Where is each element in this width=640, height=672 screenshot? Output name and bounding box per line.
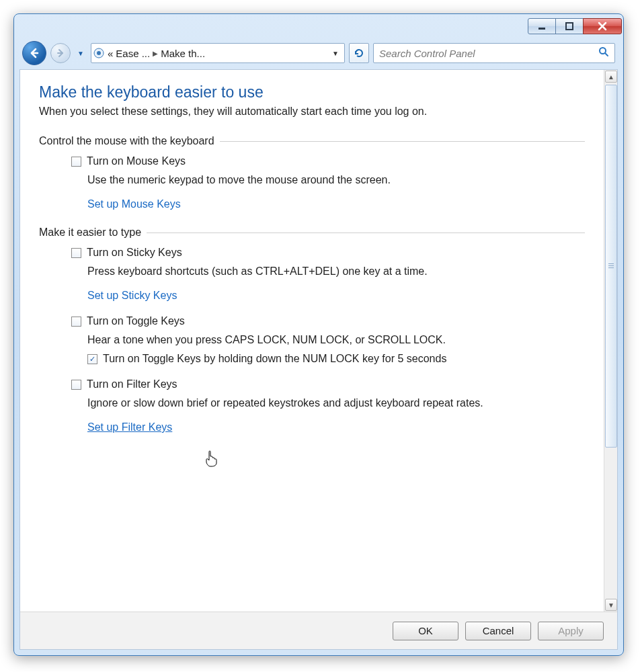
toggle-keys-numlock-label[interactable]: Turn on Toggle Keys by holding down the …: [103, 353, 446, 365]
toggle-keys-description: Hear a tone when you press CAPS LOCK, NU…: [87, 334, 585, 346]
mouse-keys-checkbox[interactable]: [71, 157, 81, 167]
breadcrumb-root[interactable]: Ease ...: [116, 48, 150, 59]
scroll-thumb[interactable]: [605, 85, 617, 448]
toggle-keys-label[interactable]: Turn on Toggle Keys: [87, 315, 185, 327]
group-easier-type: Make it easier to type Turn on Sticky Ke…: [39, 226, 585, 433]
search-box[interactable]: Search Control Panel: [373, 43, 615, 63]
back-arrow-icon: [28, 47, 40, 59]
forward-arrow-icon: [56, 48, 65, 58]
sticky-keys-checkbox[interactable]: [71, 248, 81, 258]
control-panel-icon: [93, 47, 105, 59]
page-subtitle: When you select these settings, they wil…: [39, 106, 585, 118]
mouse-keys-label[interactable]: Turn on Mouse Keys: [87, 155, 186, 167]
search-placeholder: Search Control Panel: [379, 48, 475, 59]
refresh-icon: [354, 48, 364, 58]
apply-button[interactable]: Apply: [538, 622, 604, 640]
navigation-bar: ▼ « Ease ... ▶ Make th... ▼ Search Contr…: [14, 37, 623, 69]
toggle-keys-checkbox[interactable]: [71, 317, 81, 327]
minimize-icon: [538, 22, 546, 30]
cursor-hand-icon: [204, 450, 219, 467]
mouse-keys-description: Use the numeric keypad to move the mouse…: [87, 174, 585, 186]
breadcrumb-prefix: «: [108, 48, 113, 59]
address-bar[interactable]: « Ease ... ▶ Make th... ▼: [91, 43, 345, 63]
search-icon[interactable]: [598, 46, 609, 60]
back-button[interactable]: [22, 41, 46, 65]
scroll-down-button[interactable]: ▼: [605, 599, 617, 611]
setup-sticky-keys-link[interactable]: Set up Sticky Keys: [87, 290, 177, 302]
svg-point-5: [97, 51, 101, 55]
cancel-button[interactable]: Cancel: [465, 622, 531, 640]
close-button[interactable]: [583, 18, 622, 34]
address-dropdown[interactable]: ▼: [329, 50, 342, 57]
filter-keys-label[interactable]: Turn on Filter Keys: [87, 378, 177, 390]
svg-rect-1: [566, 23, 573, 30]
dialog-footer: OK Cancel Apply: [20, 612, 617, 649]
history-dropdown[interactable]: ▼: [75, 47, 87, 59]
client-area: Make the keyboard easier to use When you…: [19, 69, 618, 650]
maximize-button[interactable]: [555, 18, 584, 34]
scroll-up-button[interactable]: ▲: [605, 71, 617, 83]
forward-button[interactable]: [50, 43, 71, 63]
refresh-button[interactable]: [349, 43, 369, 63]
group-mouse-keys: Control the mouse with the keyboard Turn…: [39, 135, 585, 210]
chevron-right-icon[interactable]: ▶: [153, 50, 158, 57]
page-title: Make the keyboard easier to use: [39, 83, 585, 101]
sticky-keys-label[interactable]: Turn on Sticky Keys: [87, 247, 182, 259]
window-frame: ▼ « Ease ... ▶ Make th... ▼ Search Contr…: [13, 13, 624, 656]
close-icon: [598, 22, 607, 31]
maximize-icon: [565, 22, 573, 30]
svg-line-7: [605, 53, 608, 56]
ok-button[interactable]: OK: [393, 622, 458, 640]
content-pane: Make the keyboard easier to use When you…: [20, 70, 604, 612]
filter-keys-checkbox[interactable]: [71, 380, 81, 390]
group-mouse-heading: Control the mouse with the keyboard: [39, 135, 214, 147]
filter-keys-description: Ignore or slow down brief or repeated ke…: [87, 397, 585, 409]
setup-mouse-keys-link[interactable]: Set up Mouse Keys: [87, 198, 181, 210]
vertical-scrollbar[interactable]: ▲ ▼: [604, 70, 617, 612]
group-type-heading: Make it easier to type: [39, 226, 141, 239]
minimize-button[interactable]: [528, 18, 556, 34]
sticky-keys-description: Press keyboard shortcuts (such as CTRL+A…: [87, 265, 585, 278]
toggle-keys-numlock-checkbox[interactable]: ✓: [87, 354, 97, 364]
svg-rect-0: [538, 28, 545, 30]
titlebar: [14, 14, 623, 37]
breadcrumb-current[interactable]: Make th...: [161, 48, 205, 59]
divider: [147, 233, 585, 233]
divider: [220, 141, 585, 142]
setup-filter-keys-link[interactable]: Set up Filter Keys: [87, 421, 172, 433]
